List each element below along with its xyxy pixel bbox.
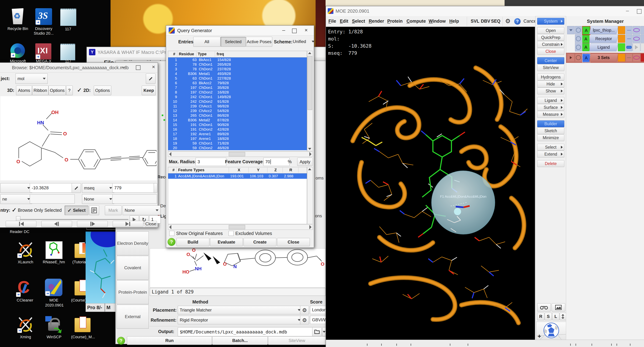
icon-discovery-studio[interactable]: 3S ➜ — [35, 8, 52, 25]
select-button[interactable]: Select — [537, 144, 564, 151]
row-active-tag[interactable]: A — [582, 43, 590, 51]
dock-tab-electron-density[interactable]: Electron Density — [116, 231, 149, 255]
search-binoculars-button[interactable] — [537, 303, 551, 311]
axis-mode-button[interactable] — [560, 313, 566, 320]
table-row[interactable]: 2 78 ChDon1 265/828 — [168, 62, 307, 67]
close-button[interactable]: × — [150, 64, 158, 70]
settings-gear-button[interactable]: ⚙ — [505, 18, 510, 25]
delete-button[interactable]: Delete — [537, 160, 564, 167]
icon-label-rnase[interactable]: RNaseE_hm — [41, 260, 66, 264]
minimize-energy-button[interactable]: Minimize — [537, 134, 564, 141]
ribbon-button[interactable]: Ribbon — [32, 86, 48, 95]
icon-label-discovery-2[interactable]: Studio 20... — [32, 31, 56, 36]
close-button[interactable]: × — [302, 27, 310, 33]
icon-117-b[interactable] — [60, 44, 75, 60]
icon-label-reader-dc[interactable]: Reader DC — [7, 229, 32, 234]
table-row[interactable]: 5 63 ChDon1 227/828 — [168, 76, 307, 81]
first-entry-button[interactable] — [6, 221, 36, 227]
menu-help[interactable]: Help — [449, 19, 459, 24]
entries-selected-button[interactable]: Selected — [220, 37, 246, 47]
output-field[interactable]: $HOME/Documents/Lpxc_aaaaaaaaaa_dock.mdb — [178, 327, 315, 336]
edit-mseq-button[interactable] — [154, 183, 157, 193]
line-style-cell[interactable] — [626, 54, 632, 62]
siteview-button[interactable]: SiteView — [268, 336, 326, 345]
vscroll-thumb[interactable] — [308, 56, 312, 110]
menu-render[interactable]: Render — [369, 19, 384, 24]
system-entry-name[interactable]: Receptor — [589, 35, 618, 43]
excluded-volumes-checkbox[interactable] — [228, 231, 234, 236]
apply-button[interactable]: Apply — [297, 158, 313, 166]
table-row[interactable]: 14 B306 Metal2 87/828 — [168, 118, 307, 122]
minimize-button[interactable]: – — [623, 8, 632, 14]
feature-row[interactable]: 1 Acc&ML|Don&Acc&ML|Don 193.001 106.103 … — [168, 173, 307, 179]
navigation-ball-panel[interactable]: + — [536, 322, 566, 340]
row-visibility[interactable] — [575, 43, 582, 51]
entries-active-poses-button[interactable]: Active Poses — [246, 37, 272, 47]
col-header-residue[interactable]: Residue — [179, 52, 194, 56]
scheme-combo[interactable]: Unified — [291, 37, 316, 46]
color-swatch[interactable] — [618, 43, 625, 51]
table-row[interactable]: 12 239 ChAcc2 54/828 — [168, 109, 307, 113]
icon-label-ccleaner[interactable]: CCleaner — [14, 298, 36, 302]
options-3d-button[interactable]: Options — [48, 86, 66, 95]
max-radius-field[interactable]: 3 — [196, 158, 226, 166]
mark-none-combo[interactable]: None — [123, 206, 160, 215]
color-swatch[interactable] — [618, 35, 625, 43]
render-style-cell[interactable] — [633, 54, 640, 62]
browse-close-button[interactable]: Close — [145, 221, 157, 227]
hscroll-thumb[interactable] — [229, 225, 245, 229]
residue-table-vscrollbar[interactable] — [307, 51, 313, 151]
table-row[interactable]: 4 B306 Metal1 493/828 — [168, 71, 307, 76]
hscroll-thumb[interactable] — [229, 152, 245, 156]
score-field[interactable]: -10.3628 — [30, 183, 75, 192]
dock-tab-external[interactable]: External — [116, 305, 149, 329]
hide-button[interactable]: Hide — [537, 81, 564, 87]
object-combo[interactable]: mol — [16, 74, 48, 84]
icon-label-recycle-bin[interactable]: Recycle Bin — [5, 27, 31, 31]
table-row[interactable]: 16 191 ChDon2 42/828 — [168, 127, 307, 132]
icon-course-folder-2[interactable] — [74, 316, 90, 332]
icon-label-xming[interactable]: Xming — [16, 335, 35, 339]
scroll-right-icon[interactable] — [309, 152, 312, 156]
sketch-button[interactable]: Sketch — [537, 127, 564, 134]
build-button[interactable]: Build — [176, 238, 209, 246]
quickprep-button[interactable]: QuickPrep — [537, 34, 564, 41]
dock-tab-covalent[interactable]: Covalent — [116, 256, 149, 280]
icon-label-xlaunch[interactable]: XLaunch — [13, 260, 38, 264]
selection-list-button[interactable] — [89, 206, 99, 215]
table-row[interactable]: 7 197 ChDon1 35/828 — [168, 85, 307, 90]
entries-all-button[interactable]: All — [193, 37, 220, 47]
moe-titlebar[interactable]: MOE 2020.0901 — [326, 6, 644, 16]
scroll-down-icon[interactable] — [308, 148, 311, 150]
entry-slider-track[interactable] — [17, 219, 128, 220]
edit-name-button[interactable] — [146, 74, 156, 84]
icon-rnase[interactable] — [46, 241, 62, 259]
render-style-cell[interactable] — [633, 43, 640, 51]
dbv-button[interactable]: DBV — [481, 19, 490, 24]
builder-button[interactable]: Builder — [537, 120, 564, 127]
table-row[interactable]: 19 59 ChDon1 71/828 — [168, 141, 307, 146]
evaluate-button[interactable]: Evaluate — [210, 238, 243, 246]
render-style-cell[interactable] — [633, 26, 640, 34]
constrain-button[interactable]: Constrain — [537, 41, 564, 48]
empty-field-2[interactable] — [112, 194, 157, 204]
empty-field-1[interactable] — [30, 194, 75, 204]
icon-label-course-2[interactable]: (Course)_M... — [71, 335, 95, 339]
dock-tab-protein-protein[interactable]: Protein-Protein — [116, 280, 149, 304]
system-button[interactable]: System — [537, 18, 564, 25]
measure-button[interactable]: Measure — [537, 111, 564, 118]
icon-label-moe-1[interactable]: MOE — [47, 298, 61, 302]
line-style-cell[interactable] — [626, 35, 632, 43]
icon-label-117[interactable]: 117 — [63, 27, 74, 32]
prev-entry-button[interactable] — [41, 221, 72, 227]
excluded-volumes-label[interactable]: Excluded Volumes — [235, 231, 272, 236]
translate-mode-button[interactable]: L — [552, 313, 559, 320]
show-original-label[interactable]: Show Original Features — [176, 231, 223, 236]
placement-gear-button[interactable]: ⚙ — [300, 306, 309, 314]
surface-button[interactable]: Surface — [537, 104, 564, 111]
system-entry-name[interactable]: lpxc_thiop... — [589, 26, 618, 34]
line-style-cell[interactable] — [626, 26, 632, 34]
table-row[interactable]: 11 239 ChAcc1 98/828 — [168, 104, 307, 109]
score-column-combo[interactable] — [0, 183, 32, 193]
col-header-x[interactable]: X — [238, 168, 240, 172]
